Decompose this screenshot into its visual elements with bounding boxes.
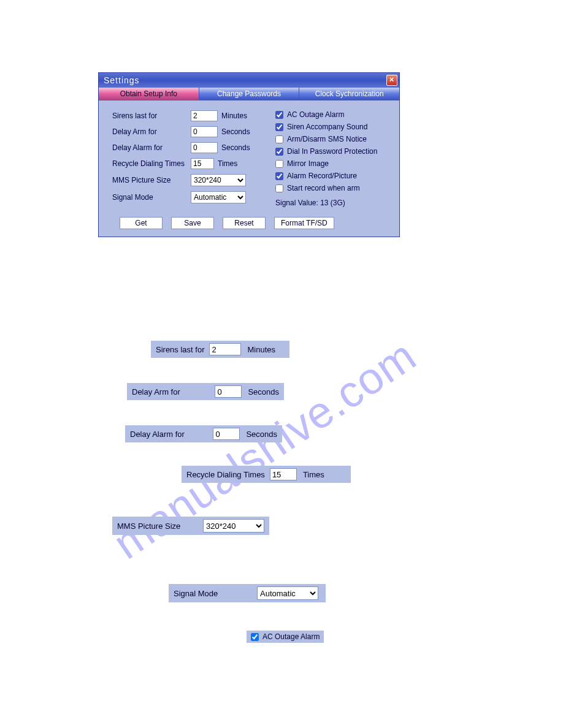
snippet-delay-alarm: Delay Alarm for Seconds (125, 425, 282, 442)
checkbox-mirror[interactable] (275, 160, 283, 168)
snippet-mms-select[interactable]: 320*240 (203, 519, 264, 533)
check-siren-sound[interactable]: Siren Accompany Sound (275, 123, 391, 131)
input-delay-arm[interactable] (191, 126, 218, 137)
check-alarm-rec[interactable]: Alarm Record/Picture (275, 172, 391, 180)
close-button[interactable]: × (386, 75, 397, 86)
check-mirror[interactable]: Mirror Image (275, 159, 391, 168)
form-body: Sirens last for Minutes Delay Arm for Se… (99, 100, 399, 237)
row-delay-alarm: Delay Alarm for Seconds (112, 142, 273, 153)
unit-recycle: Times (218, 159, 237, 168)
snippet-sirens: Sirens last for Minutes (151, 341, 289, 358)
checkbox-start-rec[interactable] (275, 184, 283, 192)
input-sirens[interactable] (191, 110, 218, 121)
snippet-mms: MMS Picture Size 320*240 (112, 517, 269, 535)
checklabel-start-rec: Start record when arm (287, 184, 360, 192)
settings-window: Settings × Obtain Setup Info Change Pass… (98, 72, 400, 237)
checkbox-ac-outage[interactable] (275, 111, 283, 119)
snippet-delay-alarm-label: Delay Alarm for (130, 430, 208, 439)
checklabel-siren-sound: Siren Accompany Sound (287, 123, 367, 131)
check-start-rec[interactable]: Start record when arm (275, 184, 391, 192)
checklabel-sms-notice: Arm/Disarm SMS Notice (287, 135, 367, 143)
titlebar: Settings × (99, 73, 399, 88)
snippet-ac-outage-checkbox[interactable] (251, 633, 259, 641)
snippet-recycle-label: Recycle Dialing Times (186, 470, 265, 479)
snippet-signal-mode-select[interactable]: Automatic (257, 586, 318, 600)
unit-sirens: Minutes (221, 112, 247, 120)
unit-delay-arm: Seconds (221, 127, 250, 136)
unit-delay-alarm: Seconds (221, 143, 250, 152)
checkbox-sms-notice[interactable] (275, 135, 283, 143)
snippet-mms-label: MMS Picture Size (117, 521, 198, 531)
row-signal-mode: Signal Mode Automatic (112, 191, 273, 203)
tab-bar: Obtain Setup Info Change Passwords Clock… (99, 88, 399, 100)
label-mms: MMS Picture Size (112, 176, 191, 184)
snippet-delay-arm-label: Delay Arm for (132, 387, 210, 396)
save-button[interactable]: Save (171, 217, 214, 229)
label-signal-mode: Signal Mode (112, 193, 191, 202)
snippet-delay-arm: Delay Arm for Seconds (127, 383, 284, 400)
input-delay-alarm[interactable] (191, 142, 218, 153)
row-recycle: Recycle Dialing Times Times (112, 158, 273, 169)
input-recycle[interactable] (191, 158, 214, 169)
checklabel-alarm-rec: Alarm Record/Picture (287, 172, 357, 180)
checkbox-dial-pwd[interactable] (275, 148, 283, 156)
row-sirens: Sirens last for Minutes (112, 110, 273, 121)
snippet-delay-arm-unit: Seconds (248, 387, 279, 396)
checklabel-mirror: Mirror Image (287, 159, 329, 168)
signal-value: Signal Value: 13 (3G) (275, 199, 391, 207)
snippet-ac-outage-label: AC Outage Alarm (262, 632, 320, 641)
format-button[interactable]: Format TF/SD (274, 217, 334, 229)
snippet-recycle: Recycle Dialing Times Times (182, 466, 351, 483)
snippet-delay-arm-input[interactable] (215, 385, 242, 398)
snippet-sirens-label: Sirens last for (156, 345, 204, 354)
snippet-sirens-input[interactable] (209, 343, 241, 355)
snippet-recycle-unit: Times (303, 470, 324, 479)
label-delay-arm: Delay Arm for (112, 127, 191, 136)
row-delay-arm: Delay Arm for Seconds (112, 126, 273, 137)
check-sms-notice[interactable]: Arm/Disarm SMS Notice (275, 135, 391, 143)
button-bar: Get Save Reset Format TF/SD (112, 217, 391, 229)
select-signal-mode[interactable]: Automatic (191, 191, 246, 203)
select-mms[interactable]: 320*240 (191, 174, 246, 186)
snippet-signal-mode: Signal Mode Automatic (169, 584, 326, 602)
checkbox-alarm-rec[interactable] (275, 172, 283, 180)
checklabel-ac-outage: AC Outage Alarm (287, 110, 344, 119)
snippet-signal-mode-label: Signal Mode (174, 589, 252, 598)
window-title: Settings (104, 75, 140, 85)
label-sirens: Sirens last for (112, 112, 191, 120)
checkbox-siren-sound[interactable] (275, 123, 283, 131)
snippet-recycle-input[interactable] (270, 468, 297, 480)
tab-clock-sync[interactable]: Clock Sychronization (299, 88, 399, 100)
tab-change-passwords[interactable]: Change Passwords (199, 88, 300, 100)
tab-obtain-setup[interactable]: Obtain Setup Info (99, 88, 199, 100)
snippet-sirens-unit: Minutes (247, 345, 275, 354)
snippet-ac-outage[interactable]: AC Outage Alarm (247, 631, 324, 643)
get-button[interactable]: Get (120, 217, 163, 229)
check-dial-pwd[interactable]: Dial In Password Protection (275, 147, 391, 156)
checklabel-dial-pwd: Dial In Password Protection (287, 147, 377, 156)
label-recycle: Recycle Dialing Times (112, 159, 191, 168)
row-mms: MMS Picture Size 320*240 (112, 174, 273, 186)
label-delay-alarm: Delay Alarm for (112, 143, 191, 152)
check-ac-outage[interactable]: AC Outage Alarm (275, 110, 391, 119)
snippet-delay-alarm-input[interactable] (213, 428, 240, 440)
reset-button[interactable]: Reset (223, 217, 266, 229)
snippet-delay-alarm-unit: Seconds (246, 430, 277, 439)
